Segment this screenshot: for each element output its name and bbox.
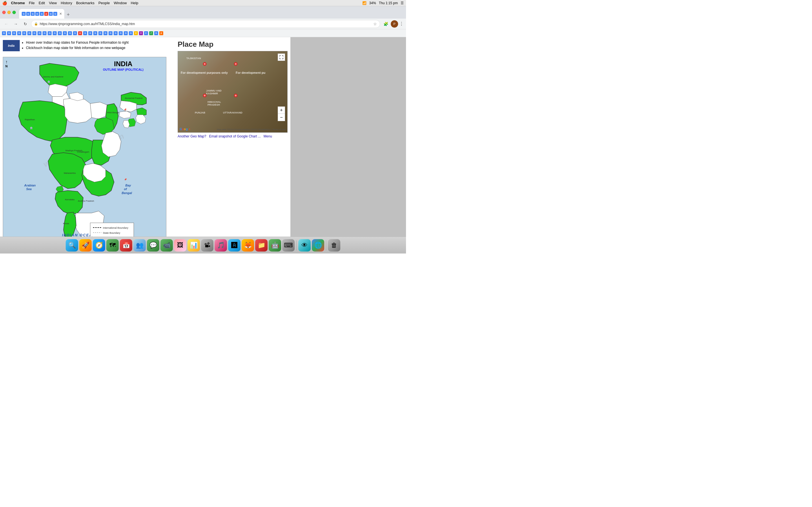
- music-icon[interactable]: 🎵: [214, 239, 227, 251]
- firefox-icon[interactable]: 🦊: [242, 239, 254, 251]
- lock-icon: 🔒: [34, 22, 38, 25]
- edit-menu-item[interactable]: Edit: [39, 1, 45, 5]
- gmap-zoom-controls: + −: [278, 107, 285, 121]
- keynote-icon[interactable]: 📽: [201, 239, 213, 251]
- bookmark-g7[interactable]: G: [33, 31, 36, 35]
- gmap-pin-1[interactable]: [203, 62, 207, 69]
- window-menu-item[interactable]: Window: [114, 1, 126, 5]
- email-snapshot-link[interactable]: Email snapshot of Google Chart ...: [208, 134, 261, 138]
- file-menu-item[interactable]: File: [29, 1, 35, 5]
- bookmark-g15[interactable]: G: [73, 31, 77, 35]
- bookmark-t1[interactable]: C: [144, 31, 148, 35]
- active-tab[interactable]: G G G G G A G G ✕: [19, 9, 64, 18]
- bookmark-g23[interactable]: G: [119, 31, 123, 35]
- bookmark-g19[interactable]: G: [98, 31, 102, 35]
- bookmark-g13[interactable]: G: [63, 31, 67, 35]
- map-title-main: INDIA: [103, 60, 144, 68]
- bookmark-g18[interactable]: G: [93, 31, 97, 35]
- bookmark-g10[interactable]: G: [48, 31, 52, 35]
- launchpad-icon[interactable]: 🚀: [79, 239, 92, 251]
- calendar-icon[interactable]: 📅: [120, 239, 132, 251]
- url-text: https://www.rjmprogramming.com.au/HTMLCS…: [40, 22, 371, 26]
- history-menu-item[interactable]: History: [61, 1, 72, 5]
- facetime-icon[interactable]: 📹: [160, 239, 173, 251]
- finder-icon[interactable]: 🔍: [66, 239, 78, 251]
- forward-button[interactable]: →: [12, 20, 20, 28]
- bookmark-g26[interactable]: G: [154, 31, 158, 35]
- back-button[interactable]: ←: [2, 20, 10, 28]
- bookmark-g6[interactable]: G: [28, 31, 31, 35]
- bookmark-o1[interactable]: β: [159, 31, 163, 35]
- chrome-titlebar: G G G G G A G G ✕ +: [0, 6, 406, 18]
- tab-close-button[interactable]: ✕: [59, 12, 62, 16]
- gmap-pin-4[interactable]: [234, 94, 238, 100]
- bookmark-g8[interactable]: G: [38, 31, 42, 35]
- instruction-1: Hover over Indian map states for Famous …: [26, 40, 166, 45]
- gmap-pin-3[interactable]: [203, 94, 207, 100]
- bookmark-g11[interactable]: G: [53, 31, 57, 35]
- appstore-icon[interactable]: 🅰: [228, 239, 241, 251]
- map-link[interactable]: Map?: [197, 134, 206, 138]
- photos-icon[interactable]: 🖼: [174, 239, 186, 251]
- bookmark-g14[interactable]: G: [68, 31, 72, 35]
- help-menu-item[interactable]: Help: [131, 1, 139, 5]
- tab-favicon-g6: G: [49, 12, 53, 16]
- android-icon[interactable]: 🤖: [269, 239, 281, 251]
- bookmark-p1[interactable]: V: [139, 31, 143, 35]
- chrome-menu-button[interactable]: ⋮: [399, 21, 404, 26]
- bookmark-g16[interactable]: G: [83, 31, 87, 35]
- bookmark-g3[interactable]: G: [12, 31, 16, 35]
- numbers-icon[interactable]: 📊: [188, 239, 200, 251]
- address-bar[interactable]: 🔒 https://www.rjmprogramming.com.au/HTML…: [31, 20, 380, 28]
- bookmark-g1[interactable]: G: [2, 31, 6, 35]
- bookmark-g2[interactable]: G: [7, 31, 11, 35]
- messages-icon[interactable]: 💬: [147, 239, 159, 251]
- close-window-button[interactable]: [2, 11, 6, 14]
- label-maharashtra: Maharashtra: [64, 172, 76, 174]
- bookmark-g5[interactable]: G: [22, 31, 26, 35]
- gmap-zoom-in-button[interactable]: +: [278, 107, 285, 114]
- bookmark-star-button[interactable]: ☆: [373, 22, 377, 26]
- extensions-button[interactable]: 🧩: [382, 20, 390, 28]
- bookmark-g-check[interactable]: ✓: [149, 31, 153, 35]
- people-menu-item[interactable]: People: [98, 1, 110, 5]
- new-tab-button[interactable]: +: [64, 11, 72, 18]
- gmap-fullscreen-button[interactable]: [278, 54, 285, 61]
- bookmark-g21[interactable]: G: [109, 31, 112, 35]
- gmap-pin-2[interactable]: [234, 62, 238, 69]
- bookmark-g24[interactable]: G: [124, 31, 128, 35]
- svg-rect-24: [90, 223, 134, 237]
- contacts-icon[interactable]: 👥: [133, 239, 146, 251]
- profile-button[interactable]: P: [391, 20, 398, 27]
- view-menu-item[interactable]: View: [49, 1, 57, 5]
- google-map-container[interactable]: Tajikistan JAMMU ANDKASHMIR HIMACHALPRAD…: [177, 51, 288, 133]
- another-geo-link[interactable]: Another: [177, 134, 190, 138]
- maps-icon[interactable]: 🗺: [106, 239, 119, 251]
- bookmarks-menu-item[interactable]: Bookmarks: [76, 1, 94, 5]
- maximize-window-button[interactable]: [12, 11, 16, 14]
- gmap-zoom-out-button[interactable]: −: [278, 114, 285, 121]
- minimize-window-button[interactable]: [7, 11, 11, 14]
- bookmark-g22[interactable]: G: [114, 31, 117, 35]
- menu-link[interactable]: Menu: [263, 134, 272, 138]
- bookmark-g12[interactable]: G: [58, 31, 62, 35]
- bookmark-g9[interactable]: G: [43, 31, 47, 35]
- chrome-dock-icon[interactable]: 🌐: [312, 239, 324, 251]
- north-arrow: N: [5, 59, 8, 68]
- bookmark-g17[interactable]: G: [88, 31, 92, 35]
- apple-menu[interactable]: 🍎: [2, 1, 7, 5]
- filezilla-icon[interactable]: 📁: [255, 239, 267, 251]
- bookmark-g20[interactable]: G: [103, 31, 107, 35]
- preview-icon[interactable]: 👁: [298, 239, 311, 251]
- bookmark-g25[interactable]: G: [129, 31, 133, 35]
- reload-button[interactable]: ↻: [21, 20, 29, 28]
- bookmark-g4[interactable]: G: [17, 31, 21, 35]
- terminal-icon[interactable]: ⌨: [282, 239, 295, 251]
- chrome-menu-item[interactable]: Chrome: [11, 1, 25, 5]
- notification-icon: ☰: [401, 1, 404, 5]
- trash-icon[interactable]: 🗑: [328, 239, 340, 251]
- bookmark-a1[interactable]: A: [78, 31, 82, 35]
- geo-link[interactable]: Geo: [190, 134, 197, 138]
- safari-icon[interactable]: 🧭: [93, 239, 105, 251]
- bookmark-y1[interactable]: 8: [134, 31, 138, 35]
